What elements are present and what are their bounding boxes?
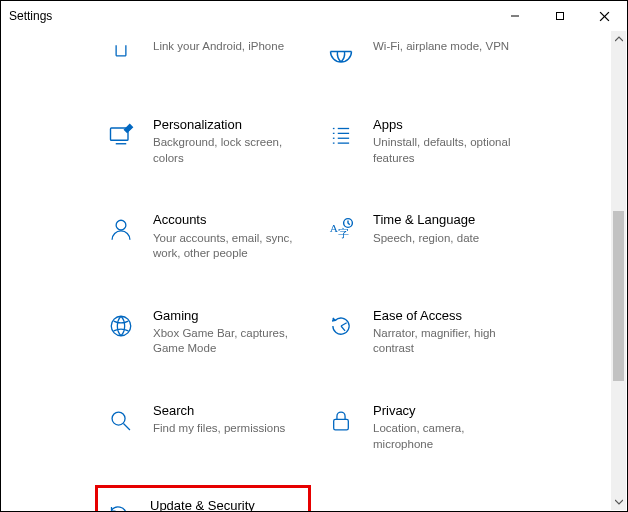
tile-phone[interactable]: Link your Android, iPhone — [101, 31, 311, 77]
scroll-thumb[interactable] — [613, 211, 624, 381]
tile-sub: Location, camera, microphone — [373, 421, 527, 452]
tile-sub: Wi-Fi, airplane mode, VPN — [373, 39, 527, 55]
tile-sub: Find my files, permissions — [153, 421, 307, 437]
tile-title: Gaming — [153, 308, 307, 324]
svg-rect-20 — [334, 419, 349, 430]
vertical-scrollbar[interactable] — [611, 31, 626, 510]
update-security-icon — [102, 500, 134, 511]
time-language-icon: A字 — [325, 214, 357, 246]
tile-title: Personalization — [153, 117, 307, 133]
tile-personalization[interactable]: Personalization Background, lock screen,… — [101, 111, 311, 172]
tile-sub: Link your Android, iPhone — [153, 39, 307, 55]
minimize-button[interactable] — [492, 1, 537, 31]
close-button[interactable] — [582, 1, 627, 31]
tile-sub: Narrator, magnifier, high contrast — [373, 326, 527, 357]
tile-title: Search — [153, 403, 307, 419]
titlebar: Settings — [1, 1, 627, 31]
apps-icon — [325, 119, 357, 151]
tile-apps[interactable]: Apps Uninstall, defaults, optional featu… — [321, 111, 531, 172]
maximize-button[interactable] — [537, 1, 582, 31]
gaming-icon — [105, 310, 137, 342]
tile-ease-of-access[interactable]: Ease of Access Narrator, magnifier, high… — [321, 302, 531, 363]
tile-sub: Uninstall, defaults, optional features — [373, 135, 527, 166]
search-icon — [105, 405, 137, 437]
svg-rect-1 — [556, 13, 563, 20]
tile-time-language[interactable]: A字 Time & Language Speech, region, date — [321, 206, 531, 267]
content-area: Link your Android, iPhone Wi-Fi, airplan… — [1, 31, 611, 511]
tile-title: Apps — [373, 117, 527, 133]
window-title: Settings — [9, 9, 52, 23]
tile-network[interactable]: Wi-Fi, airplane mode, VPN — [321, 31, 531, 77]
tile-privacy[interactable]: Privacy Location, camera, microphone — [321, 397, 531, 458]
settings-window: Settings Link your Android, iPhone — [0, 0, 628, 512]
scroll-down-arrow[interactable] — [611, 494, 626, 510]
globe-icon — [325, 39, 357, 71]
settings-grid: Link your Android, iPhone Wi-Fi, airplan… — [101, 31, 611, 511]
svg-point-17 — [111, 316, 131, 336]
tile-sub: Your accounts, email, sync, work, other … — [153, 231, 307, 262]
tile-sub: Xbox Game Bar, captures, Game Mode — [153, 326, 307, 357]
tile-title: Update & Security — [150, 498, 304, 511]
scroll-up-arrow[interactable] — [611, 31, 626, 47]
tile-accounts[interactable]: Accounts Your accounts, email, sync, wor… — [101, 206, 311, 267]
tile-gaming[interactable]: Gaming Xbox Game Bar, captures, Game Mod… — [101, 302, 311, 363]
privacy-icon — [325, 405, 357, 437]
accounts-icon — [105, 214, 137, 246]
tile-sub: Background, lock screen, colors — [153, 135, 307, 166]
personalization-icon — [105, 119, 137, 151]
svg-point-13 — [116, 221, 126, 231]
tile-title: Accounts — [153, 212, 307, 228]
tile-sub: Speech, region, date — [373, 231, 527, 247]
svg-line-19 — [123, 423, 130, 430]
svg-point-18 — [112, 412, 125, 425]
tile-search[interactable]: Search Find my files, permissions — [101, 397, 311, 458]
svg-text:字: 字 — [338, 227, 349, 239]
tile-title: Time & Language — [373, 212, 527, 228]
phone-icon — [105, 39, 137, 71]
tile-title: Privacy — [373, 403, 527, 419]
tile-title: Ease of Access — [373, 308, 527, 324]
svg-text:A: A — [330, 222, 339, 234]
tile-update-security[interactable]: Update & Security Windows Update, recove… — [95, 485, 311, 511]
ease-of-access-icon — [325, 310, 357, 342]
